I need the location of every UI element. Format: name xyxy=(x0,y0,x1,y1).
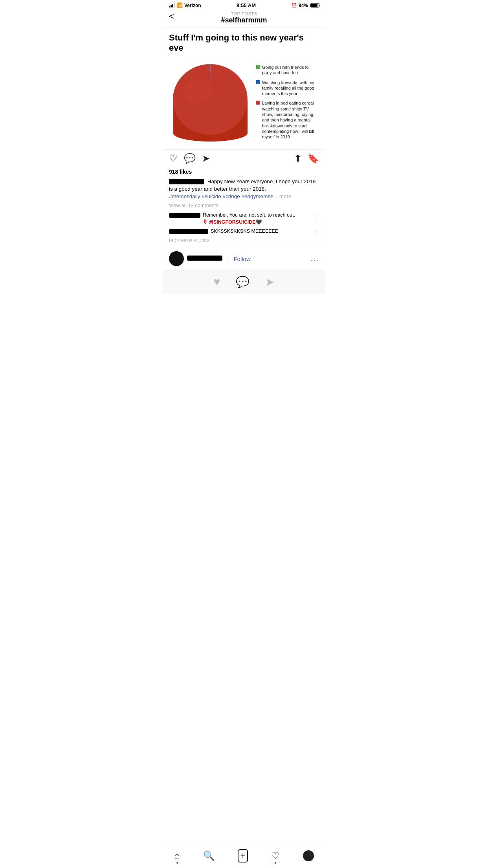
upload-button[interactable]: ⬆ xyxy=(294,153,302,164)
status-right: ⏰ 84% xyxy=(291,3,319,8)
pie-chart xyxy=(169,58,251,146)
caption-more[interactable]: more xyxy=(279,193,292,199)
battery-percent: 84% xyxy=(299,3,308,8)
legend-swatch-green xyxy=(256,65,260,69)
next-post-username-blur xyxy=(187,256,222,261)
bookmark-button[interactable]: 🔖 xyxy=(307,153,319,164)
status-bar: 📶 Verizon 8:55 AM ⏰ 84% xyxy=(163,0,325,10)
more-options-button[interactable]: ... xyxy=(311,255,319,263)
next-post-partial: ♥ 💬 ➤ xyxy=(163,270,325,294)
comment-row-0: Remember, You are, not soft, to reach ou… xyxy=(163,211,325,227)
commenter-blur-1 xyxy=(169,229,208,234)
nav-header: < TOP POSTS #selfharmmm xyxy=(163,10,325,28)
status-time: 8:55 AM xyxy=(237,2,256,8)
comment-button[interactable]: 💬 xyxy=(184,153,196,164)
action-bar: ♡ 💬 ➤ ⬆ 🔖 xyxy=(163,149,325,167)
comment-content-0: Remember, You are, not soft, to reach ou… xyxy=(169,212,314,226)
partial-icon-1: ♥ xyxy=(214,276,220,289)
wifi-icon: 📶 xyxy=(176,2,183,8)
partial-icons: ♥ 💬 ➤ xyxy=(214,276,275,289)
next-post-avatar xyxy=(169,251,184,266)
partial-icon-3: ➤ xyxy=(265,276,274,289)
legend-label-0: Going out with friends to party and have… xyxy=(262,64,319,76)
caption-hashtags[interactable]: #memesdaily #suicide #cringe #edgymemes.… xyxy=(169,193,278,199)
status-left: 📶 Verizon xyxy=(169,2,201,8)
post-container: Stuff I'm going to this new year's eve xyxy=(163,28,325,294)
share-button[interactable]: ➤ xyxy=(202,153,210,164)
nav-title: #selfharmmm xyxy=(221,16,267,24)
svg-point-4 xyxy=(185,80,212,103)
commenter-blur-0 xyxy=(169,213,200,218)
legend-swatch-red xyxy=(256,101,260,105)
comment-heart-1[interactable]: ♡ xyxy=(314,229,319,235)
legend-label-2: Laying in bed eating cereal watching som… xyxy=(262,100,319,140)
legend-item-1: Watching fireworks with my family recall… xyxy=(256,80,319,97)
battery-icon xyxy=(310,3,319,7)
likes-count: 918 likes xyxy=(163,167,325,177)
comment-text-1: SKKSSKSKKSKS MEEEEEEE xyxy=(211,228,278,235)
legend-item-2: Laying in bed eating cereal watching som… xyxy=(256,100,319,140)
partial-icon-2: 💬 xyxy=(236,276,250,289)
legend-item-0: Going out with friends to party and have… xyxy=(256,64,319,76)
comment-content-1: SKKSSKSKKSKS MEEEEEEE xyxy=(169,228,314,235)
follow-button[interactable]: Follow xyxy=(233,256,250,262)
pie-section: Stuff I'm going to this new year's eve xyxy=(163,28,325,149)
pie-chart-wrapper: Going out with friends to party and have… xyxy=(169,58,319,146)
next-post-user: · Follow xyxy=(169,251,251,266)
next-post-header: · Follow ... xyxy=(163,247,325,270)
comment-row-1: SKKSSKSKKSKS MEEEEEEE ♡ xyxy=(163,227,325,236)
post-caption: Happy New Years everyone. I hope your 20… xyxy=(163,177,325,202)
comment-special-0: 🎖 #ISINGFORSUICIDE🖤 xyxy=(203,219,262,225)
like-button[interactable]: ♡ xyxy=(169,153,178,164)
legend-swatch-blue xyxy=(256,80,260,84)
pie-legend: Going out with friends to party and have… xyxy=(256,64,319,140)
caption-username-blur xyxy=(169,179,204,184)
next-post-user-info xyxy=(187,255,222,262)
action-left: ♡ 💬 ➤ xyxy=(169,153,210,164)
signal-icon xyxy=(169,4,175,7)
action-right: ⬆ 🔖 xyxy=(294,153,319,164)
back-button[interactable]: < xyxy=(169,11,174,22)
view-comments[interactable]: View all 12 comments xyxy=(163,202,325,211)
comment-text-0: Remember, You are, not soft, to reach ou… xyxy=(203,212,295,226)
post-date: DECEMBER 31, 2018 xyxy=(163,236,325,247)
carrier-label: Verizon xyxy=(184,3,201,8)
chart-title: Stuff I'm going to this new year's eve xyxy=(169,33,319,53)
dot-separator: · xyxy=(227,255,229,262)
comment-heart-0[interactable]: ♡ xyxy=(314,213,319,219)
legend-label-1: Watching fireworks with my family recall… xyxy=(262,80,319,97)
alarm-icon: ⏰ xyxy=(291,3,297,8)
nav-top-label: TOP POSTS xyxy=(231,11,257,16)
